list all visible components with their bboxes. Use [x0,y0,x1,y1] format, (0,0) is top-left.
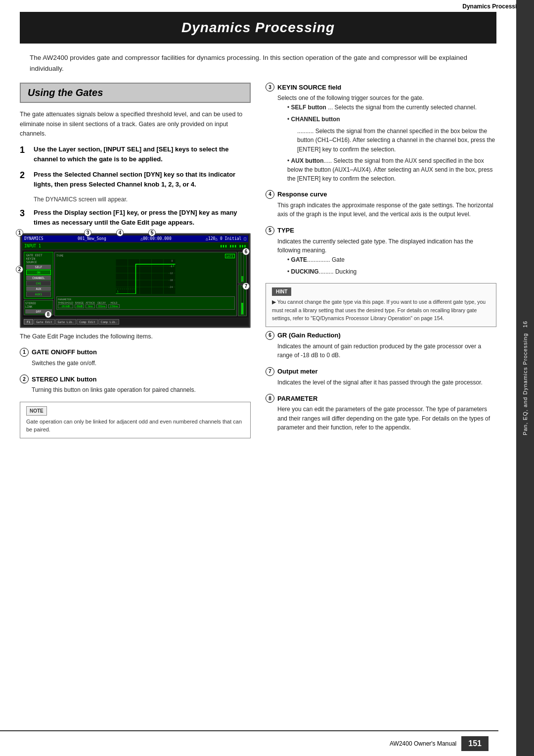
screen-input: INPUT 1 [24,244,41,248]
footer-brand: AW2400 Owner's Manual [390,740,456,747]
item-4: 4 Response curve This graph indicates th… [266,190,496,219]
top-bar-title: Dynamics Processing [462,3,524,10]
item-5-gate-bullet: GATE.............. Gate [287,255,496,264]
hint-label: HINT [272,287,291,296]
item-7-num: 7 [266,367,274,376]
item-6-num: 6 [266,331,274,340]
item-4-title: Response curve [277,190,327,198]
item-3-body: Selects one of the following trigger sou… [277,94,496,183]
screen-type-label: TYPE [56,254,63,258]
screen-comp-edit-tab[interactable]: Comp Edit [77,319,98,325]
item-3-channel-subtext: .......... Selects the signal from the c… [297,127,496,154]
step-3-text: Press the Display section [F1] key, or p… [34,208,251,227]
item-3-bullet-self: SELF button ... Selects the signal from … [287,103,496,112]
step-2-note: The DYNAMICS screen will appear. [34,195,251,204]
sidebar-chapter: 16 [522,321,528,328]
item-2: 2 STEREO LINK button Turning this button… [20,375,251,395]
right-sidebar: 16 Pan, EQ, and Dynamics Processing [516,0,534,756]
svg-text:1: 1 [117,290,119,293]
bottom-bar: AW2400 Owner's Manual 151 [0,730,498,756]
screen-source-label: SOURCE [26,260,51,264]
item-5-title: TYPE [277,227,294,234]
section-heading: Using the Gates [20,83,251,103]
screen-timer: △00:00:00.000 [140,236,172,241]
item-3-bullet-aux: AUX button..... Selects the signal from … [287,156,496,183]
screen-tempo: △120△ 0 Initial □ [206,236,246,241]
screen-comp-lib-tab[interactable]: Comp Lib. [98,319,120,325]
screen-attack-label: ATTACK [86,301,95,304]
item-8-num: 8 [266,394,274,403]
item-7-title: Output meter [277,368,318,375]
screen-decay-label: DECAY [96,301,107,304]
screen-meter: ▮▮▮ ▮▮▮ ▮▮▮ [220,244,246,248]
item-8: 8 PARAMETER Here you can edit the parame… [266,394,496,432]
step-3-number: 3 [20,208,30,219]
screen-gate-edit-label: GATE EDIT [26,253,51,257]
item-8-body: Here you can edit the parameters of the … [277,405,496,432]
col-left: Using the Gates The gate attenuates sign… [20,83,251,442]
screen-caption: The Gate Edit Page includes the followin… [20,332,251,341]
page-number: 151 [461,736,489,751]
item-7: 7 Output meter Indicates the level of th… [266,367,496,387]
screen-aux-btn[interactable]: AUX [26,286,51,291]
svg-text:-6: -6 [170,265,173,268]
item-2-num: 2 [20,375,29,383]
screen-range-val: -56dB [75,304,84,308]
screen-stereo-label: STEREO [25,301,52,305]
main-title-banner: Dynamics Processing [20,12,496,44]
two-col: Using the Gates The gate attenuates sign… [20,83,496,442]
item-2-title: STEREO LINK button [32,376,96,383]
step-1-number: 1 [20,144,30,156]
screen-keyin-label: KEYIN [26,257,51,260]
note-content: Gate operation can only be linked for ad… [26,418,244,434]
top-bar: Dynamics Processing [0,0,534,12]
screen-aux1-value: AUX1 [26,291,51,297]
col-right: 3 KEYIN SOURCE field Selects one of the … [266,83,496,442]
hint-content: You cannot change the gate type via this… [272,299,486,321]
screen-decay-val: 331ms [96,304,107,308]
screen-dynamics-label: DYNAMICS [24,236,44,241]
item-6-body: Indicates the amount of gain reduction p… [277,342,496,360]
svg-text:2: 2 [173,264,175,267]
step-2-text: Press the Selected Channel section [DYN]… [34,170,251,189]
item-2-body: Turning this button on links gate operat… [32,385,251,395]
step-2-number: 2 [20,170,30,181]
screen-param-label: PARAMETER [58,298,233,301]
item-6: 6 GR (Gain Reduction) Indicates the amou… [266,331,496,360]
svg-text:-18: -18 [169,279,173,282]
screen-attack-val: 0ms [86,304,95,308]
screen-self-btn[interactable]: SELF [26,265,51,269]
item-1: 1 GATE ON/OFF button Switches the gate o… [20,348,251,368]
svg-text:0: 0 [172,259,173,262]
item-8-title: PARAMETER [277,395,317,402]
sidebar-text: Pan, EQ, and Dynamics Processing [522,333,528,435]
note-box: NOTE Gate operation can only be linked f… [20,402,251,438]
step-1-text: Use the Layer section, [INPUT SEL] and [… [34,144,251,164]
screen-hold-val: 2.56ms [108,304,119,308]
screen-threshold-label: THRESHOLD [58,301,73,304]
item-3-title: KEYIN SOURCE field [277,84,341,91]
intro-text: The AW2400 provides gate and compressor … [30,52,496,74]
screen-range-label: RANGE [75,301,84,304]
screen-ch1-value: CH1 [26,281,51,286]
item-4-num: 4 [266,190,274,199]
screen-channel-btn[interactable]: CHANNEL [26,276,51,280]
item-3-num: 3 [266,83,274,92]
screen-on-btn[interactable]: ON [26,270,51,275]
screen-gate-edit-tab[interactable]: Gate Edit [34,319,55,325]
item-7-body: Indicates the level of the signal after … [277,378,496,387]
screen-threshold-val: -26.0dB [58,304,73,308]
item-1-num: 1 [20,348,29,357]
item-4-body: This graph indicates the approximate res… [277,201,496,219]
item-5: 5 TYPE Indicates the currently selected … [266,226,496,276]
screen-gate-lib-tab[interactable]: Gate Lib. [55,319,77,325]
screen-link-label: LINK [25,305,52,308]
main-title: Dynamics Processing [40,20,477,36]
screen-gate-type: GATE [225,254,235,258]
item-1-title: GATE ON/OFF button [32,348,97,356]
screen-gr-meter [238,252,247,284]
step-3: 3 Press the Display section [F1] key, or… [20,208,251,227]
screen-f1-btn[interactable]: F1 [24,319,33,325]
item-5-ducking-bullet: DUCKING......... Ducking [287,267,496,276]
item-5-num: 5 [266,226,274,235]
